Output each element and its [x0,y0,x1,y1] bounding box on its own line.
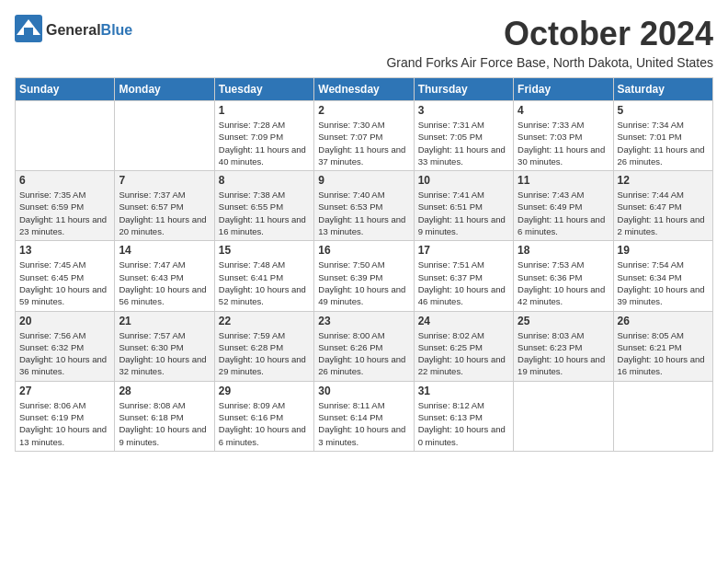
day-number: 11 [518,174,609,187]
day-number: 1 [219,104,310,117]
day-number: 8 [219,174,310,187]
day-number: 5 [618,104,709,117]
day-info: Sunrise: 7:41 AM Sunset: 6:51 PM Dayligh… [418,189,509,237]
day-number: 26 [618,315,709,327]
day-number: 4 [518,104,609,117]
logo-general: General [46,22,101,38]
title-section: October 2024 Grand Forks Air Force Base,… [386,15,713,70]
table-cell [613,381,712,451]
table-cell [16,101,115,171]
day-number: 20 [19,315,110,327]
day-info: Sunrise: 7:43 AM Sunset: 6:49 PM Dayligh… [518,189,609,237]
table-cell: 3Sunrise: 7:31 AM Sunset: 7:05 PM Daylig… [414,101,513,171]
day-number: 14 [119,244,210,257]
day-info: Sunrise: 8:09 AM Sunset: 6:16 PM Dayligh… [219,399,310,448]
table-cell: 9Sunrise: 7:40 AM Sunset: 6:53 PM Daylig… [314,171,414,241]
calendar-table: Sunday Monday Tuesday Wednesday Thursday… [15,77,713,452]
table-cell: 31Sunrise: 8:12 AM Sunset: 6:13 PM Dayli… [414,381,513,451]
day-number: 2 [318,104,409,117]
day-number: 19 [618,244,709,257]
calendar-subtitle: Grand Forks Air Force Base, North Dakota… [386,55,713,70]
col-friday: Friday [514,78,613,101]
table-cell: 17Sunrise: 7:51 AM Sunset: 6:37 PM Dayli… [414,241,513,311]
day-number: 9 [318,174,409,187]
day-info: Sunrise: 8:12 AM Sunset: 6:13 PM Dayligh… [418,399,509,448]
table-cell: 1Sunrise: 7:28 AM Sunset: 7:09 PM Daylig… [214,101,313,171]
table-cell: 4Sunrise: 7:33 AM Sunset: 7:03 PM Daylig… [514,101,613,171]
day-info: Sunrise: 7:30 AM Sunset: 7:07 PM Dayligh… [318,119,409,167]
page-header: GeneralBlue October 2024 Grand Forks Air… [15,15,713,70]
table-cell: 18Sunrise: 7:53 AM Sunset: 6:36 PM Dayli… [514,241,613,311]
day-number: 31 [418,385,509,397]
table-cell: 24Sunrise: 8:02 AM Sunset: 6:25 PM Dayli… [414,311,513,381]
day-number: 6 [19,174,110,187]
day-info: Sunrise: 7:33 AM Sunset: 7:03 PM Dayligh… [518,119,609,167]
day-info: Sunrise: 7:28 AM Sunset: 7:09 PM Dayligh… [219,119,310,167]
table-cell: 28Sunrise: 8:08 AM Sunset: 6:18 PM Dayli… [115,381,214,451]
day-info: Sunrise: 7:53 AM Sunset: 6:36 PM Dayligh… [518,259,609,307]
week-row-4: 20Sunrise: 7:56 AM Sunset: 6:32 PM Dayli… [16,311,713,381]
table-cell: 13Sunrise: 7:45 AM Sunset: 6:45 PM Dayli… [16,241,115,311]
day-number: 15 [219,244,310,257]
day-number: 22 [219,315,310,327]
day-number: 23 [318,315,409,327]
week-row-2: 6Sunrise: 7:35 AM Sunset: 6:59 PM Daylig… [16,171,713,241]
table-cell: 2Sunrise: 7:30 AM Sunset: 7:07 PM Daylig… [314,101,414,171]
table-cell: 30Sunrise: 8:11 AM Sunset: 6:14 PM Dayli… [314,381,414,451]
table-cell: 15Sunrise: 7:48 AM Sunset: 6:41 PM Dayli… [214,241,313,311]
table-cell [115,101,214,171]
header-row: Sunday Monday Tuesday Wednesday Thursday… [16,78,713,101]
day-number: 30 [318,385,409,397]
day-number: 24 [418,315,509,327]
day-number: 21 [119,315,210,327]
table-cell: 21Sunrise: 7:57 AM Sunset: 6:30 PM Dayli… [115,311,214,381]
day-info: Sunrise: 7:45 AM Sunset: 6:45 PM Dayligh… [19,259,110,307]
calendar-title: October 2024 [386,15,713,53]
day-number: 13 [19,244,110,257]
table-cell [514,381,613,451]
day-number: 10 [418,174,509,187]
table-cell: 19Sunrise: 7:54 AM Sunset: 6:34 PM Dayli… [613,241,712,311]
day-number: 12 [618,174,709,187]
week-row-3: 13Sunrise: 7:45 AM Sunset: 6:45 PM Dayli… [16,241,713,311]
day-info: Sunrise: 7:40 AM Sunset: 6:53 PM Dayligh… [318,189,409,237]
svg-rect-2 [24,28,33,35]
week-row-5: 27Sunrise: 8:06 AM Sunset: 6:19 PM Dayli… [16,381,713,451]
day-number: 27 [19,385,110,397]
table-cell: 29Sunrise: 8:09 AM Sunset: 6:16 PM Dayli… [214,381,313,451]
week-row-1: 1Sunrise: 7:28 AM Sunset: 7:09 PM Daylig… [16,101,713,171]
day-info: Sunrise: 8:02 AM Sunset: 6:25 PM Dayligh… [418,329,509,378]
day-info: Sunrise: 8:11 AM Sunset: 6:14 PM Dayligh… [318,399,409,448]
day-number: 18 [518,244,609,257]
table-cell: 14Sunrise: 7:47 AM Sunset: 6:43 PM Dayli… [115,241,214,311]
day-info: Sunrise: 7:59 AM Sunset: 6:28 PM Dayligh… [219,329,310,378]
day-info: Sunrise: 7:47 AM Sunset: 6:43 PM Dayligh… [119,259,210,307]
table-cell: 10Sunrise: 7:41 AM Sunset: 6:51 PM Dayli… [414,171,513,241]
table-cell: 26Sunrise: 8:05 AM Sunset: 6:21 PM Dayli… [613,311,712,381]
col-wednesday: Wednesday [314,78,414,101]
day-info: Sunrise: 7:51 AM Sunset: 6:37 PM Dayligh… [418,259,509,307]
day-info: Sunrise: 7:50 AM Sunset: 6:39 PM Dayligh… [318,259,409,307]
day-info: Sunrise: 8:05 AM Sunset: 6:21 PM Dayligh… [618,329,709,378]
table-cell: 7Sunrise: 7:37 AM Sunset: 6:57 PM Daylig… [115,171,214,241]
day-info: Sunrise: 7:38 AM Sunset: 6:55 PM Dayligh… [219,189,310,237]
day-info: Sunrise: 7:35 AM Sunset: 6:59 PM Dayligh… [19,189,110,237]
day-info: Sunrise: 7:37 AM Sunset: 6:57 PM Dayligh… [119,189,210,237]
table-cell: 27Sunrise: 8:06 AM Sunset: 6:19 PM Dayli… [16,381,115,451]
col-thursday: Thursday [414,78,513,101]
day-info: Sunrise: 7:34 AM Sunset: 7:01 PM Dayligh… [618,119,709,167]
col-tuesday: Tuesday [214,78,313,101]
table-cell: 11Sunrise: 7:43 AM Sunset: 6:49 PM Dayli… [514,171,613,241]
day-number: 28 [119,385,210,397]
col-sunday: Sunday [16,78,115,101]
table-cell: 6Sunrise: 7:35 AM Sunset: 6:59 PM Daylig… [16,171,115,241]
logo-text: GeneralBlue [46,22,132,39]
day-number: 25 [518,315,609,327]
day-info: Sunrise: 7:54 AM Sunset: 6:34 PM Dayligh… [618,259,709,307]
day-number: 3 [418,104,509,117]
table-cell: 5Sunrise: 7:34 AM Sunset: 7:01 PM Daylig… [613,101,712,171]
col-monday: Monday [115,78,214,101]
table-cell: 22Sunrise: 7:59 AM Sunset: 6:28 PM Dayli… [214,311,313,381]
table-cell: 20Sunrise: 7:56 AM Sunset: 6:32 PM Dayli… [16,311,115,381]
day-info: Sunrise: 8:00 AM Sunset: 6:26 PM Dayligh… [318,329,409,378]
